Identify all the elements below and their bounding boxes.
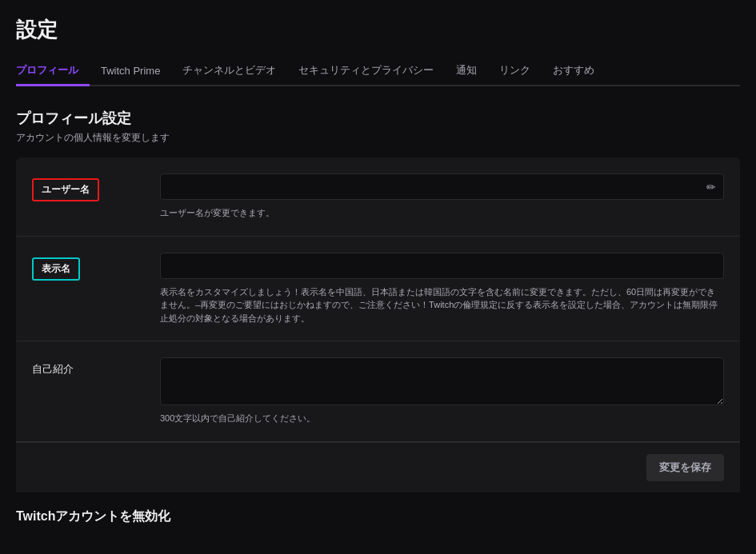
edit-icon[interactable]: ✏ <box>706 181 716 193</box>
username-label: ユーザー名 <box>32 178 99 201</box>
tab-channel-video[interactable]: チャンネルとビデオ <box>171 57 287 86</box>
section-title: プロフィール設定 <box>16 109 740 128</box>
bottom-section: Twitchアカウントを無効化 <box>16 508 740 533</box>
username-label-container: ユーザー名 <box>32 173 144 201</box>
tab-twitch-prime[interactable]: Twitch Prime <box>90 58 171 86</box>
bio-label: 自己紹介 <box>32 358 74 375</box>
bottom-title: Twitchアカウントを無効化 <box>16 508 740 525</box>
username-input-wrapper: ✏ <box>160 173 724 200</box>
section-subtitle: アカウントの個人情報を変更します <box>16 131 740 145</box>
username-hint: ユーザー名が変更できます。 <box>160 206 724 220</box>
tab-notifications[interactable]: 通知 <box>445 57 488 86</box>
username-input[interactable] <box>160 173 724 200</box>
save-button[interactable]: 変更を保存 <box>646 454 724 481</box>
username-content: ✏ ユーザー名が変更できます。 <box>160 173 724 220</box>
tab-links[interactable]: リンク <box>488 57 542 86</box>
tab-recommendations[interactable]: おすすめ <box>542 57 606 86</box>
bio-hint: 300文字以内で自己紹介してください。 <box>160 412 724 425</box>
nav-tabs: プロフィール Twitch Prime チャンネルとビデオ セキュリティとプライ… <box>16 57 740 86</box>
bio-input[interactable] <box>160 357 724 405</box>
tab-profile[interactable]: プロフィール <box>16 57 90 86</box>
page-container: 設定 プロフィール Twitch Prime チャンネルとビデオ セキュリティと… <box>0 0 756 549</box>
save-row: 変更を保存 <box>16 442 740 492</box>
display-name-label: 表示名 <box>32 257 80 281</box>
display-name-content: 表示名をカスタマイズしましょう！表示名を中国語、日本語または韓国語の文字を含む名… <box>160 253 724 325</box>
display-name-hint: 表示名をカスタマイズしましょう！表示名を中国語、日本語または韓国語の文字を含む名… <box>160 285 724 325</box>
settings-card: ユーザー名 ✏ ユーザー名が変更できます。 表示名 表示名をカスタマイズしましょ… <box>16 157 740 492</box>
username-row: ユーザー名 ✏ ユーザー名が変更できます。 <box>16 157 740 237</box>
display-name-row: 表示名 表示名をカスタマイズしましょう！表示名を中国語、日本語または韓国語の文字… <box>16 237 740 342</box>
bio-row: 自己紹介 300文字以内で自己紹介してください。 <box>16 341 740 442</box>
bio-label-container: 自己紹介 <box>32 357 144 377</box>
display-name-input[interactable] <box>160 253 724 279</box>
bio-content: 300文字以内で自己紹介してください。 <box>160 357 724 425</box>
display-name-label-container: 表示名 <box>32 253 144 281</box>
page-title: 設定 <box>16 16 740 44</box>
tab-security-privacy[interactable]: セキュリティとプライバシー <box>287 57 445 86</box>
